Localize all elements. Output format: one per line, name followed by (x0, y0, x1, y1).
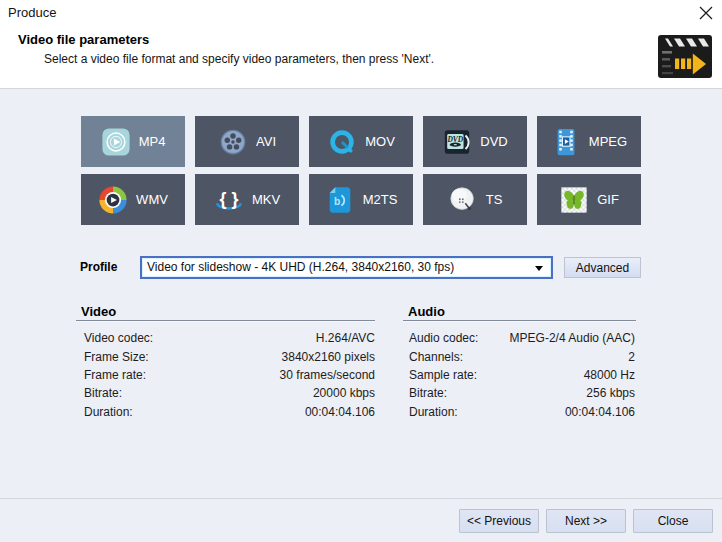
footer-separator (0, 498, 722, 499)
dropdown-arrow-icon[interactable] (535, 266, 543, 275)
mpeg-icon (551, 127, 581, 157)
row-value: 00:04:04.106 (565, 405, 635, 419)
format-button-m2ts[interactable]: b M2TS (309, 174, 413, 225)
row-value: 3840x2160 pixels (282, 350, 375, 364)
format-button-wmv[interactable]: WMV (81, 174, 185, 225)
format-label: MKV (252, 192, 280, 207)
dvd-icon: DVD (442, 127, 472, 157)
svg-text:{ }: { } (220, 189, 239, 209)
mov-icon (327, 127, 357, 157)
format-button-mkv[interactable]: { } MKV (195, 174, 299, 225)
page-title: Video file parameters (18, 32, 149, 47)
row-label: Bitrate: (84, 386, 122, 400)
video-row-bitrate: Bitrate:20000 kbps (76, 384, 375, 402)
row-label: Duration: (409, 405, 458, 419)
format-button-avi[interactable]: AVI (195, 116, 299, 167)
video-row-codec: Video codec:H.264/AVC (76, 329, 375, 347)
format-grid: MP4 AVI MOV (81, 116, 641, 225)
row-label: Audio codec: (409, 331, 478, 345)
video-section: Video Video codec:H.264/AVC Frame Size:3… (76, 304, 375, 421)
svg-text:b: b (334, 195, 340, 206)
produce-clapperboard-icon (658, 35, 712, 78)
avi-icon (218, 127, 248, 157)
audio-row-channels: Channels:2 (403, 347, 636, 365)
audio-row-duration: Duration:00:04:04.106 (403, 403, 636, 421)
row-value: H.264/AVC (316, 331, 375, 345)
row-value: 30 frames/second (280, 368, 375, 382)
format-label: AVI (256, 134, 276, 149)
format-label: MOV (365, 134, 395, 149)
audio-row-bitrate: Bitrate:256 kbps (403, 384, 636, 402)
profile-value: Video for slideshow - 4K UHD (H.264, 384… (147, 260, 454, 274)
mkv-icon: { } (214, 185, 244, 215)
audio-row-codec: Audio codec:MPEG-2/4 Audio (AAC) (403, 329, 636, 347)
format-label: M2TS (363, 192, 398, 207)
next-button[interactable]: Next >> (546, 509, 626, 533)
row-value: 20000 kbps (313, 386, 375, 400)
row-label: Video codec: (84, 331, 153, 345)
row-value: 2 (628, 350, 635, 364)
format-button-dvd[interactable]: DVD DVD (423, 116, 527, 167)
format-label: TS (486, 192, 503, 207)
row-label: Duration: (84, 405, 133, 419)
profile-dropdown[interactable]: Video for slideshow - 4K UHD (H.264, 384… (140, 256, 553, 279)
gif-icon (559, 185, 589, 215)
format-label: MPEG (589, 134, 627, 149)
row-value: 48000 Hz (584, 368, 635, 382)
wmv-icon (98, 185, 128, 215)
close-button[interactable]: Close (633, 509, 713, 533)
ts-icon (448, 185, 478, 215)
m2ts-icon: b (325, 185, 355, 215)
row-label: Frame rate: (84, 368, 146, 382)
row-label: Frame Size: (84, 350, 149, 364)
format-label: GIF (597, 192, 619, 207)
page-subtitle: Select a video file format and specify v… (44, 52, 434, 66)
close-icon[interactable] (697, 4, 715, 22)
row-label: Bitrate: (409, 386, 447, 400)
format-button-mov[interactable]: MOV (309, 116, 413, 167)
format-label: DVD (480, 134, 507, 149)
audio-section: Audio Audio codec:MPEG-2/4 Audio (AAC) C… (403, 304, 636, 421)
row-label: Channels: (409, 350, 463, 364)
format-button-mp4[interactable]: MP4 (81, 116, 185, 167)
row-label: Sample rate: (409, 368, 477, 382)
audio-section-title: Audio (403, 304, 636, 321)
row-value: 256 kbps (586, 386, 635, 400)
svg-text:DVD: DVD (447, 134, 464, 143)
format-button-mpeg[interactable]: MPEG (537, 116, 641, 167)
mp4-icon (101, 127, 131, 157)
format-label: WMV (136, 192, 168, 207)
format-button-ts[interactable]: TS (423, 174, 527, 225)
dialog-chrome: Produce Video file parameters Select a v… (0, 0, 722, 89)
video-section-title: Video (76, 304, 375, 321)
window-title: Produce (8, 5, 56, 20)
video-row-frame-rate: Frame rate:30 frames/second (76, 366, 375, 384)
video-row-duration: Duration:00:04:04.106 (76, 403, 375, 421)
row-value: 00:04:04.106 (305, 405, 375, 419)
advanced-button[interactable]: Advanced (564, 257, 641, 278)
row-value: MPEG-2/4 Audio (AAC) (510, 331, 635, 345)
profile-label: Profile (80, 260, 117, 274)
previous-button[interactable]: << Previous (459, 509, 539, 533)
format-label: MP4 (139, 134, 166, 149)
video-row-frame-size: Frame Size:3840x2160 pixels (76, 347, 375, 365)
audio-row-sample-rate: Sample rate:48000 Hz (403, 366, 636, 384)
format-button-gif[interactable]: GIF (537, 174, 641, 225)
